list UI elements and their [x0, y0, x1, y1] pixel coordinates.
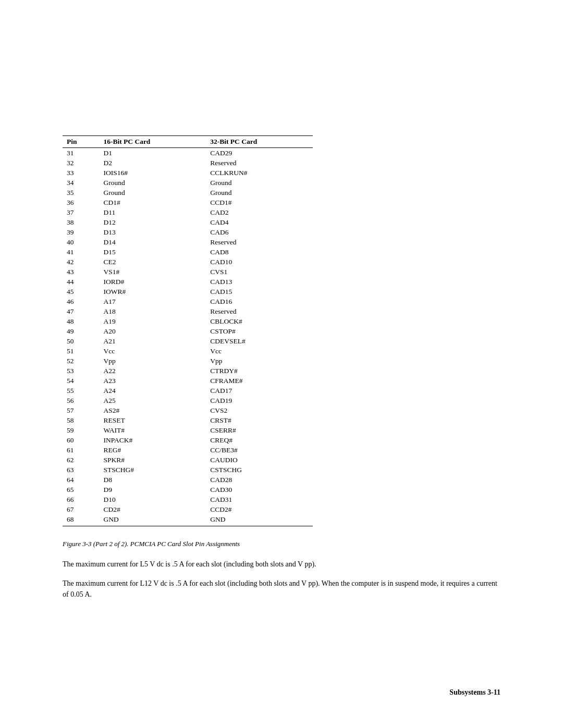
- table-row: 55A24CAD17: [63, 386, 313, 396]
- cell-28-1: WAIT#: [99, 425, 206, 435]
- cell-33-2: CAD28: [206, 475, 313, 485]
- cell-7-2: CAD4: [206, 217, 313, 227]
- cell-20-1: Vcc: [99, 346, 206, 356]
- cell-1-2: Reserved: [206, 158, 313, 168]
- cell-16-2: Reserved: [206, 306, 313, 316]
- page: Pin 16-Bit PC Card 32-Bit PC Card 31D1CA…: [0, 0, 563, 728]
- cell-15-0: 46: [63, 297, 99, 306]
- cell-30-0: 61: [63, 445, 99, 455]
- cell-37-0: 68: [63, 514, 99, 526]
- cell-11-1: CE2: [99, 257, 206, 267]
- cell-3-2: Ground: [206, 178, 313, 188]
- table-row: 45IOWR#CAD15: [63, 287, 313, 297]
- cell-25-2: CAD19: [206, 396, 313, 405]
- table-row: 68GNDGND: [63, 514, 313, 526]
- table-row: 66D10CAD31: [63, 495, 313, 504]
- cell-13-0: 44: [63, 277, 99, 287]
- cell-28-0: 59: [63, 425, 99, 435]
- cell-26-0: 57: [63, 405, 99, 415]
- table-row: 56A25CAD19: [63, 396, 313, 405]
- cell-36-0: 67: [63, 504, 99, 514]
- cell-6-1: D11: [99, 207, 206, 217]
- cell-0-2: CAD29: [206, 148, 313, 158]
- table-row: 39D13CAD6: [63, 227, 313, 237]
- cell-8-2: CAD6: [206, 227, 313, 237]
- table-row: 58RESETCRST#: [63, 415, 313, 425]
- cell-4-1: Ground: [99, 188, 206, 198]
- cell-14-1: IOWR#: [99, 287, 206, 297]
- cell-16-1: A18: [99, 306, 206, 316]
- cell-32-0: 63: [63, 465, 99, 475]
- table-row: 47A18Reserved: [63, 306, 313, 316]
- col-header-pin: Pin: [63, 136, 99, 148]
- col-header-32bit: 32-Bit PC Card: [206, 136, 313, 148]
- pin-table-container: Pin 16-Bit PC Card 32-Bit PC Card 31D1CA…: [63, 135, 500, 526]
- cell-24-0: 55: [63, 386, 99, 396]
- cell-37-1: GND: [99, 514, 206, 526]
- cell-12-0: 43: [63, 267, 99, 277]
- table-row: 31D1CAD29: [63, 148, 313, 158]
- cell-26-2: CVS2: [206, 405, 313, 415]
- cell-9-0: 40: [63, 237, 99, 247]
- cell-18-2: CSTOP#: [206, 326, 313, 336]
- table-row: 32D2Reserved: [63, 158, 313, 168]
- pin-assignment-table: Pin 16-Bit PC Card 32-Bit PC Card 31D1CA…: [63, 135, 313, 526]
- cell-32-1: STSCHG#: [99, 465, 206, 475]
- cell-17-0: 48: [63, 316, 99, 326]
- cell-19-1: A21: [99, 336, 206, 346]
- cell-19-2: CDEVSEL#: [206, 336, 313, 346]
- cell-34-1: D9: [99, 485, 206, 495]
- cell-29-0: 60: [63, 435, 99, 445]
- cell-13-1: IORD#: [99, 277, 206, 287]
- cell-24-1: A24: [99, 386, 206, 396]
- cell-28-2: CSERR#: [206, 425, 313, 435]
- cell-35-2: CAD31: [206, 495, 313, 504]
- table-row: 50A21CDEVSEL#: [63, 336, 313, 346]
- cell-10-1: D15: [99, 247, 206, 257]
- cell-18-0: 49: [63, 326, 99, 336]
- cell-6-0: 37: [63, 207, 99, 217]
- table-row: 37D11CAD2: [63, 207, 313, 217]
- cell-9-2: Reserved: [206, 237, 313, 247]
- cell-29-2: CREQ#: [206, 435, 313, 445]
- cell-23-1: A23: [99, 376, 206, 386]
- paragraph-2: The maximum current for L12 V dc is .5 A…: [63, 578, 500, 600]
- cell-5-2: CCD1#: [206, 198, 313, 207]
- table-row: 36CD1#CCD1#: [63, 198, 313, 207]
- cell-27-2: CRST#: [206, 415, 313, 425]
- cell-25-0: 56: [63, 396, 99, 405]
- cell-12-2: CVS1: [206, 267, 313, 277]
- table-row: 53A22CTRDY#: [63, 366, 313, 376]
- cell-23-2: CFRAME#: [206, 376, 313, 386]
- cell-23-0: 54: [63, 376, 99, 386]
- cell-14-0: 45: [63, 287, 99, 297]
- cell-17-1: A19: [99, 316, 206, 326]
- cell-1-1: D2: [99, 158, 206, 168]
- cell-7-0: 38: [63, 217, 99, 227]
- table-row: 61REG#CC/BE3#: [63, 445, 313, 455]
- cell-30-1: REG#: [99, 445, 206, 455]
- cell-10-0: 41: [63, 247, 99, 257]
- cell-36-1: CD2#: [99, 504, 206, 514]
- cell-33-0: 64: [63, 475, 99, 485]
- table-row: 54A23CFRAME#: [63, 376, 313, 386]
- cell-7-1: D12: [99, 217, 206, 227]
- cell-2-1: IOIS16#: [99, 168, 206, 178]
- cell-10-2: CAD8: [206, 247, 313, 257]
- table-row: 33IOIS16#CCLKRUN#: [63, 168, 313, 178]
- cell-31-0: 62: [63, 455, 99, 465]
- paragraph-1: The maximum current for L5 V dc is .5 A …: [63, 559, 500, 570]
- cell-2-0: 33: [63, 168, 99, 178]
- cell-14-2: CAD15: [206, 287, 313, 297]
- cell-37-2: GND: [206, 514, 313, 526]
- table-row: 67CD2#CCD2#: [63, 504, 313, 514]
- cell-32-2: CSTSCHG: [206, 465, 313, 475]
- table-row: 42CE2CAD10: [63, 257, 313, 267]
- cell-34-2: CAD30: [206, 485, 313, 495]
- cell-11-0: 42: [63, 257, 99, 267]
- cell-22-1: A22: [99, 366, 206, 376]
- table-row: 49A20CSTOP#: [63, 326, 313, 336]
- cell-8-1: D13: [99, 227, 206, 237]
- cell-1-0: 32: [63, 158, 99, 168]
- page-footer: Subsystems 3-11: [63, 668, 500, 697]
